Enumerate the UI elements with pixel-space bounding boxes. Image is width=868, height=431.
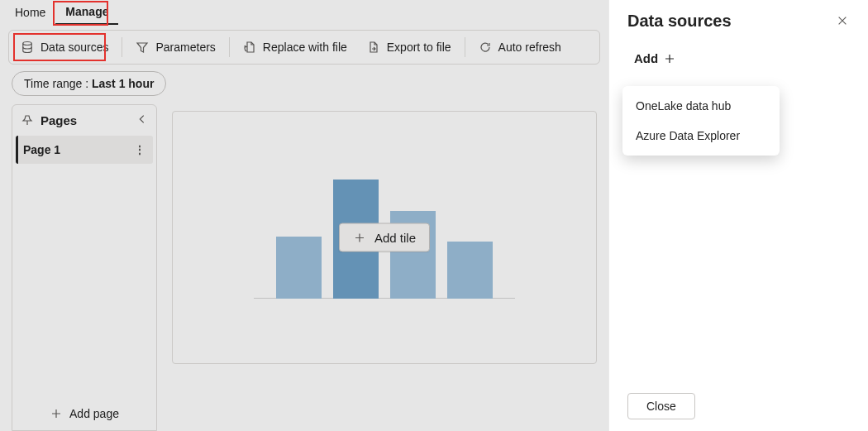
replace-file-icon bbox=[243, 41, 256, 54]
toolbar-separator bbox=[229, 37, 230, 57]
add-tile-button[interactable]: Add tile bbox=[339, 223, 430, 252]
add-tile-label: Add tile bbox=[374, 231, 416, 245]
page-item[interactable]: Page 1 ⋮ bbox=[16, 136, 153, 164]
replace-with-file-button[interactable]: Replace with file bbox=[235, 36, 355, 59]
manage-toolbar: Data sources Parameters Replace with fil… bbox=[8, 30, 600, 65]
time-range-selector[interactable]: Time range : Last 1 hour bbox=[12, 71, 166, 96]
filter-icon bbox=[136, 41, 149, 54]
export-to-file-button[interactable]: Export to file bbox=[359, 36, 460, 59]
toolbar-label: Auto refresh bbox=[498, 41, 561, 54]
data-sources-panel: Data sources Add OneLake data hub Azure … bbox=[608, 0, 868, 431]
refresh-icon bbox=[479, 41, 492, 54]
add-label: Add bbox=[634, 51, 658, 65]
svg-point-0 bbox=[23, 42, 31, 45]
data-sources-button[interactable]: Data sources bbox=[12, 36, 117, 59]
collapse-sidebar-button[interactable] bbox=[136, 113, 148, 127]
add-page-label: Add page bbox=[69, 407, 119, 420]
sidebar-title: Pages bbox=[41, 113, 77, 127]
add-data-source-menu: OneLake data hub Azure Data Explorer bbox=[622, 86, 780, 156]
plus-icon bbox=[353, 231, 366, 244]
add-data-source-button[interactable]: Add bbox=[627, 47, 851, 74]
tab-manage[interactable]: Manage bbox=[55, 0, 118, 25]
tab-home[interactable]: Home bbox=[5, 0, 55, 25]
toolbar-separator bbox=[122, 37, 122, 57]
pages-sidebar: Pages Page 1 ⋮ Add page bbox=[12, 104, 157, 431]
database-icon bbox=[21, 41, 34, 54]
toolbar-label: Export to file bbox=[387, 41, 451, 54]
panel-title: Data sources bbox=[627, 12, 732, 31]
page-more-button[interactable]: ⋮ bbox=[134, 143, 146, 156]
menu-item-adx[interactable]: Azure Data Explorer bbox=[622, 121, 780, 151]
menu-item-onelake[interactable]: OneLake data hub bbox=[622, 91, 780, 121]
chart-bar bbox=[276, 237, 322, 299]
pin-icon bbox=[21, 114, 34, 127]
parameters-button[interactable]: Parameters bbox=[127, 36, 223, 59]
export-file-icon bbox=[367, 41, 380, 54]
close-panel-button[interactable] bbox=[833, 12, 851, 32]
time-range-value: Last 1 hour bbox=[92, 77, 154, 90]
plus-icon bbox=[50, 407, 63, 420]
plus-icon bbox=[663, 52, 676, 65]
chart-bar bbox=[447, 242, 493, 299]
add-page-button[interactable]: Add page bbox=[12, 397, 156, 430]
auto-refresh-button[interactable]: Auto refresh bbox=[470, 36, 570, 59]
toolbar-separator bbox=[465, 37, 465, 57]
toolbar-label: Data sources bbox=[41, 41, 108, 54]
toolbar-label: Replace with file bbox=[263, 41, 347, 54]
dashboard-canvas: Add tile bbox=[172, 111, 597, 364]
close-button[interactable]: Close bbox=[627, 393, 695, 419]
time-range-label: Time range : bbox=[24, 77, 88, 90]
toolbar-label: Parameters bbox=[155, 41, 215, 54]
page-label: Page 1 bbox=[23, 143, 60, 156]
top-tabs: Home Manage bbox=[0, 0, 608, 25]
